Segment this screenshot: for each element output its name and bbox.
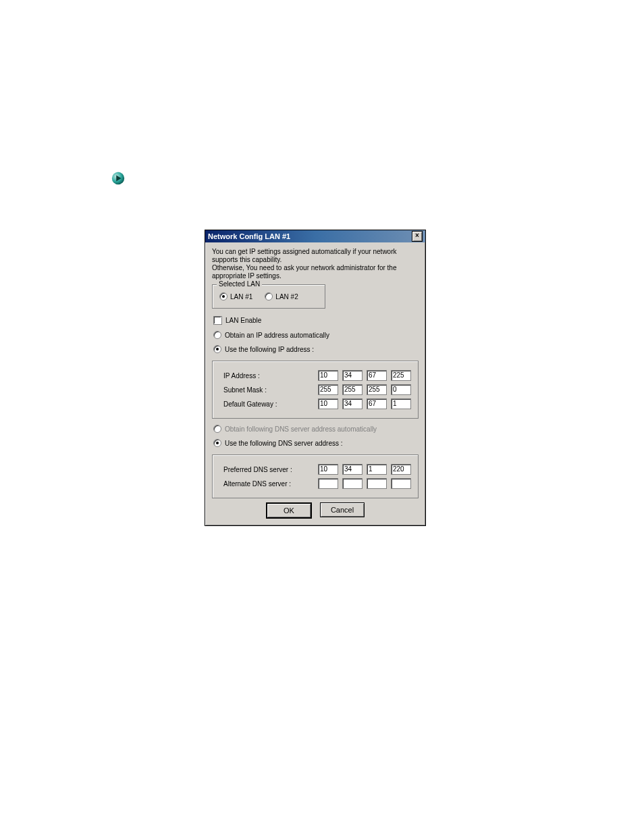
intro-line1: You can get IP settings assigned automat… — [212, 248, 419, 264]
play-bullet-icon — [111, 171, 126, 186]
pref-dns-octet-2[interactable]: 34 — [342, 464, 363, 475]
mask-octet-1[interactable]: 255 — [318, 384, 338, 395]
radio-unselected-icon — [213, 331, 221, 339]
radio-lan1[interactable]: LAN #1 — [219, 292, 252, 301]
gw-octet-2[interactable]: 34 — [342, 398, 363, 409]
ip-settings-group: IP Address : 10 34 67 225 Subnet Mask : … — [212, 361, 419, 419]
radio-unselected-icon — [213, 425, 221, 433]
gw-octet-3[interactable]: 67 — [367, 398, 387, 409]
alt-dns-octet-4[interactable] — [391, 478, 411, 489]
radio-dns-auto: Obtain following DNS server address auto… — [213, 425, 419, 433]
ok-button[interactable]: OK — [266, 502, 312, 519]
radio-lan2[interactable]: LAN #2 — [265, 292, 298, 301]
close-icon[interactable]: × — [412, 231, 423, 242]
radio-selected-icon — [219, 292, 227, 301]
dialog-body: You can get IP settings assigned automat… — [205, 242, 425, 525]
mask-octet-4[interactable]: 0 — [391, 384, 411, 395]
gateway-label: Default Gateway : — [223, 400, 318, 408]
ip-octet-2[interactable]: 34 — [342, 370, 363, 381]
radio-lan2-label: LAN #2 — [275, 293, 298, 301]
gw-octet-1[interactable]: 10 — [318, 398, 338, 409]
pref-dns-octet-1[interactable]: 10 — [318, 464, 338, 475]
alternate-dns-label: Alternate DNS server : — [223, 480, 318, 488]
selected-lan-group: Selected LAN LAN #1 LAN #2 — [212, 284, 325, 309]
ip-octet-3[interactable]: 67 — [367, 370, 387, 381]
mask-octet-3[interactable]: 255 — [367, 384, 387, 395]
dialog-title: Network Config LAN #1 — [208, 230, 290, 242]
radio-ip-manual[interactable]: Use the following IP address : — [213, 345, 419, 353]
ip-octet-4[interactable]: 225 — [391, 370, 411, 381]
gw-octet-4[interactable]: 1 — [391, 398, 411, 409]
dns-settings-group: Preferred DNS server : 10 34 1 220 Alter… — [212, 454, 419, 498]
lan-enable-checkbox[interactable]: LAN Enable — [213, 316, 419, 325]
titlebar[interactable]: Network Config LAN #1 × — [205, 230, 425, 242]
network-config-dialog: Network Config LAN #1 × You can get IP s… — [205, 230, 426, 526]
preferred-dns-label: Preferred DNS server : — [223, 466, 318, 473]
intro-text: You can get IP settings assigned automat… — [212, 248, 419, 280]
radio-selected-icon — [213, 345, 221, 353]
radio-dns-auto-label: Obtain following DNS server address auto… — [225, 425, 377, 433]
radio-ip-auto[interactable]: Obtain an IP address automatically — [213, 331, 419, 339]
pref-dns-octet-3[interactable]: 1 — [367, 464, 387, 475]
checkbox-icon — [213, 316, 222, 325]
pref-dns-octet-4[interactable]: 220 — [391, 464, 411, 475]
radio-unselected-icon — [265, 292, 273, 301]
selected-lan-legend: Selected LAN — [217, 280, 262, 288]
radio-lan1-label: LAN #1 — [230, 293, 252, 301]
radio-dns-manual-label: Use the following DNS server address : — [225, 440, 343, 447]
intro-line2: Otherwise, You need to ask your network … — [212, 264, 419, 280]
alt-dns-octet-1[interactable] — [318, 478, 338, 489]
cancel-button[interactable]: Cancel — [320, 502, 365, 517]
mask-octet-2[interactable]: 255 — [342, 384, 363, 395]
lan-enable-label: LAN Enable — [225, 317, 261, 324]
ip-address-label: IP Address : — [223, 372, 318, 380]
radio-selected-icon — [213, 439, 221, 447]
radio-ip-manual-label: Use the following IP address : — [225, 346, 314, 353]
alt-dns-octet-3[interactable] — [367, 478, 387, 489]
radio-dns-manual[interactable]: Use the following DNS server address : — [213, 439, 419, 447]
ip-octet-1[interactable]: 10 — [318, 370, 338, 381]
alt-dns-octet-2[interactable] — [342, 478, 363, 489]
subnet-mask-label: Subnet Mask : — [223, 386, 318, 394]
radio-ip-auto-label: Obtain an IP address automatically — [225, 332, 329, 339]
